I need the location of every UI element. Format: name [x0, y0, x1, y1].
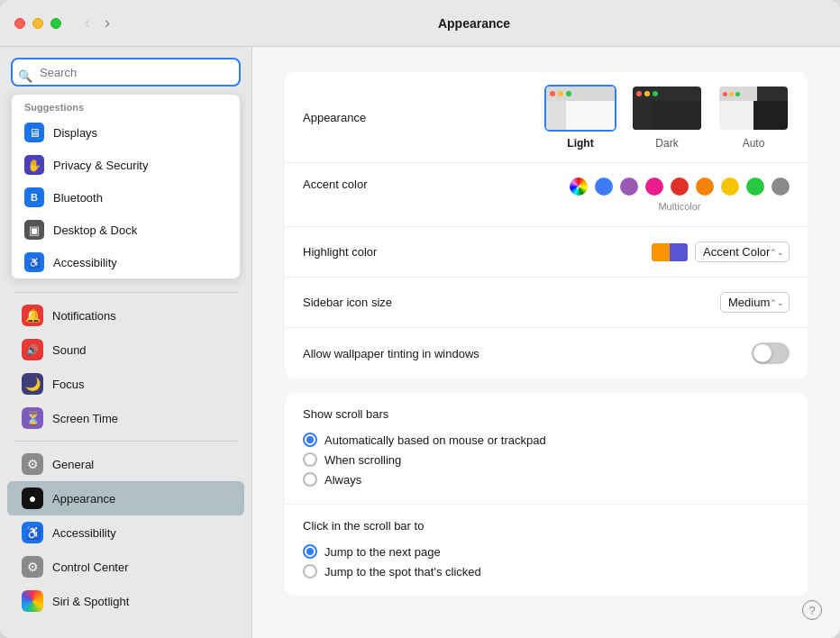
accent-color-row: Accent color Mul — [285, 163, 808, 227]
sidebar-item-screentime[interactable]: ⏳ Screen Time — [7, 401, 244, 435]
general-icon: ⚙ — [22, 453, 43, 475]
sidebar-divider-2 — [14, 441, 237, 442]
click-nextpage-option[interactable]: Jump to the next page — [303, 542, 790, 561]
auto-thumb — [717, 85, 790, 132]
screentime-icon: ⏳ — [22, 407, 43, 429]
accessibility-sugg-icon: ♿ — [24, 252, 44, 272]
appearance-label: Appearance — [52, 492, 115, 506]
sidebar-item-controlcenter[interactable]: ⚙ Control Center — [7, 550, 244, 584]
click-nextpage-radio[interactable] — [303, 544, 317, 559]
accessibility-icon: ♿ — [22, 522, 43, 543]
suggestion-privacy[interactable]: ✋ Privacy & Security — [12, 149, 240, 181]
accent-purple[interactable] — [620, 178, 638, 196]
click-nextpage-label: Jump to the next page — [324, 545, 441, 559]
suggestion-dock[interactable]: ▣ Desktop & Dock — [12, 214, 240, 246]
search-wrapper: 🔍 — [0, 58, 251, 94]
notifications-label: Notifications — [52, 309, 116, 323]
bluetooth-label: Bluetooth — [53, 191, 103, 205]
suggestions-label: Suggestions — [12, 95, 240, 116]
scroll-scrolling-radio[interactable] — [303, 452, 317, 467]
sidebar-item-sound[interactable]: 🔊 Sound — [7, 333, 244, 367]
window-title: Appearance — [123, 16, 826, 31]
focus-label: Focus — [52, 378, 84, 391]
sidebar-item-focus[interactable]: 🌙 Focus — [7, 367, 244, 401]
accent-row — [570, 178, 790, 196]
wallpaper-tinting-row: Allow wallpaper tinting in windows — [285, 328, 808, 378]
sidebar-item-notifications[interactable]: 🔔 Notifications — [7, 298, 244, 333]
scroll-auto-option[interactable]: Automatically based on mouse or trackpad — [303, 430, 790, 450]
highlight-color-row: Highlight color Accent Color — [285, 227, 808, 278]
accessibility-sugg-label: Accessibility — [53, 256, 117, 269]
appearance-section: Appearance — [285, 72, 808, 378]
accent-colors-control: Multicolor — [570, 178, 790, 212]
scroll-always-radio[interactable] — [303, 472, 317, 487]
maximize-button[interactable] — [50, 18, 61, 29]
search-input[interactable] — [11, 58, 241, 87]
suggestion-bluetooth[interactable]: B Bluetooth — [12, 181, 240, 214]
scroll-always-option[interactable]: Always — [303, 469, 790, 489]
sidebar-item-siri[interactable]: Siri & Spotlight — [7, 584, 244, 618]
general-label: General — [52, 458, 94, 471]
accent-green[interactable] — [746, 178, 764, 196]
displays-icon: 🖥 — [24, 123, 44, 142]
displays-label: Displays — [53, 126, 97, 140]
scroll-auto-radio[interactable] — [303, 433, 317, 447]
scroll-auto-label: Automatically based on mouse or trackpad — [324, 433, 546, 447]
sidebar-item-appearance[interactable]: ● Appearance — [7, 481, 244, 515]
multicolor-label: Multicolor — [658, 201, 700, 212]
controlcenter-icon: ⚙ — [22, 556, 43, 578]
forward-button[interactable]: › — [99, 12, 115, 34]
minimize-button[interactable] — [32, 18, 43, 29]
click-scroll-label: Click in the scroll bar to — [303, 519, 790, 533]
sidebar-divider-1 — [14, 292, 237, 293]
sidebar-icon-size-row: Sidebar icon size Medium Small Large — [285, 278, 808, 328]
suggestions-box: Suggestions 🖥 Displays ✋ Privacy & Secur… — [11, 94, 241, 279]
highlight-select-wrapper: Accent Color — [695, 242, 790, 262]
content-area: 🔍 Suggestions 🖥 Displays ✋ Privacy & Sec… — [0, 47, 840, 638]
dock-icon: ▣ — [24, 220, 44, 240]
suggestion-displays[interactable]: 🖥 Displays — [12, 116, 240, 149]
accent-red[interactable] — [671, 178, 689, 196]
sidebar-item-accessibility[interactable]: ♿ Accessibility — [7, 515, 244, 550]
click-spot-option[interactable]: Jump to the spot that's clicked — [303, 561, 790, 581]
main-window: ‹ › Appearance 🔍 Suggestions 🖥 Displays … — [0, 0, 840, 638]
sidebar: 🔍 Suggestions 🖥 Displays ✋ Privacy & Sec… — [0, 47, 252, 638]
appearance-row: Appearance — [285, 72, 808, 163]
appearance-icon: ● — [22, 488, 43, 509]
highlight-control: Accent Color — [652, 242, 790, 262]
accent-multicolor[interactable] — [570, 178, 588, 196]
dark-label: Dark — [655, 137, 678, 150]
privacy-icon: ✋ — [24, 155, 44, 175]
sidebar-icon-size-wrapper: Medium Small Large — [720, 292, 790, 313]
accent-yellow[interactable] — [721, 178, 739, 196]
highlight-select[interactable]: Accent Color — [695, 242, 790, 262]
sound-label: Sound — [52, 343, 87, 357]
accent-blue[interactable] — [595, 178, 613, 196]
sidebar-item-general[interactable]: ⚙ General — [7, 447, 244, 481]
bluetooth-icon: B — [24, 187, 44, 207]
scroll-always-label: Always — [324, 473, 361, 487]
accent-orange[interactable] — [696, 178, 714, 196]
help-button[interactable]: ? — [802, 600, 822, 620]
back-button[interactable]: ‹ — [79, 12, 96, 34]
sound-icon: 🔊 — [22, 339, 43, 360]
scroll-bars-section: Show scroll bars Automatically based on … — [285, 393, 808, 596]
click-spot-radio[interactable] — [303, 564, 317, 579]
scroll-scrolling-option[interactable]: When scrolling — [303, 450, 790, 469]
focus-icon: 🌙 — [22, 373, 43, 395]
main-content: Appearance — [252, 47, 840, 638]
sidebar-icon-size-label: Sidebar icon size — [303, 296, 483, 309]
highlight-color-label: Highlight color — [303, 245, 483, 259]
appearance-auto[interactable]: Auto — [717, 85, 790, 150]
accent-gray[interactable] — [772, 178, 790, 196]
appearance-light[interactable]: Light — [544, 85, 616, 150]
accent-pink[interactable] — [645, 178, 663, 196]
notifications-icon: 🔔 — [22, 305, 43, 326]
show-scroll-bars-label: Show scroll bars — [303, 407, 790, 421]
suggestion-accessibility[interactable]: ♿ Accessibility — [12, 246, 240, 278]
sidebar-icon-size-select[interactable]: Medium Small Large — [720, 292, 790, 313]
close-button[interactable] — [14, 18, 25, 29]
wallpaper-tinting-toggle[interactable] — [752, 342, 790, 364]
highlight-swatch — [652, 243, 688, 261]
appearance-dark[interactable]: Dark — [631, 85, 703, 150]
